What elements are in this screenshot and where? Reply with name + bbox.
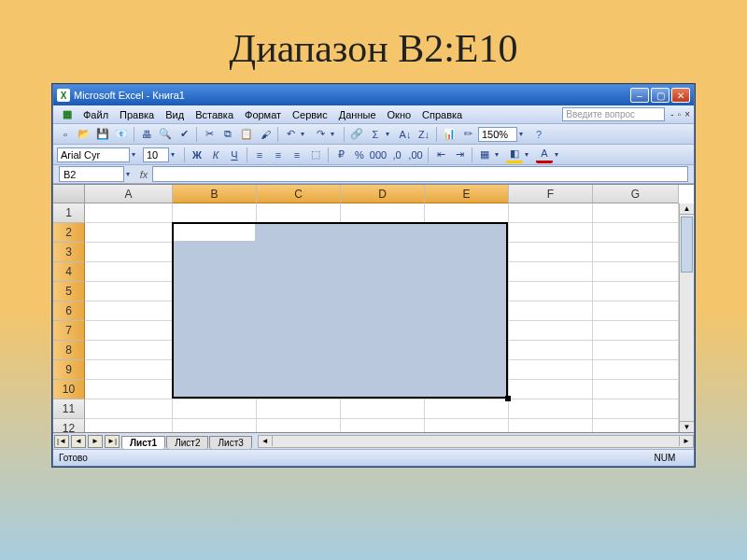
fontcolor-dropdown[interactable]: ▾ [555,150,564,159]
align-center-icon[interactable]: ≡ [270,147,287,163]
sheet-tab-1[interactable]: Лист1 [121,436,165,449]
permission-icon[interactable]: 📧 [113,126,130,143]
cell-G2[interactable] [593,223,679,243]
cell-G1[interactable] [593,203,679,223]
row-header-1[interactable]: 1 [53,203,85,223]
cell-G11[interactable] [593,399,679,419]
row-header-6[interactable]: 6 [53,301,85,321]
cell-E11[interactable] [425,399,509,419]
menu-edit[interactable]: Правка [114,107,160,122]
comma-icon[interactable]: 000 [370,147,387,163]
row-header-5[interactable]: 5 [53,282,85,301]
cut-icon[interactable]: ✂ [201,126,218,143]
doc-restore-icon[interactable]: - [670,109,673,119]
row-header-10[interactable]: 10 [53,380,85,399]
autosum-icon[interactable]: Σ [367,126,384,143]
cell-F2[interactable] [509,223,593,243]
fx-icon[interactable]: fx [135,169,152,180]
cell-F7[interactable] [509,321,593,341]
redo-dropdown[interactable]: ▾ [331,130,340,138]
font-dropdown[interactable]: ▾ [132,150,141,159]
cell-F8[interactable] [509,341,593,360]
cell-F3[interactable] [509,243,593,262]
italic-icon[interactable]: К [207,147,224,163]
column-header-B[interactable]: B [173,185,257,203]
help-icon[interactable]: ? [530,126,547,143]
sort-desc-icon[interactable]: Z↓ [416,126,432,143]
borders-dropdown[interactable]: ▾ [495,150,504,159]
inc-decimal-icon[interactable]: ,0 [388,147,405,163]
tab-nav-last-icon[interactable]: ►| [105,435,120,448]
column-header-D[interactable]: D [341,185,425,203]
close-button[interactable]: ✕ [671,88,690,103]
column-header-E[interactable]: E [425,185,509,203]
menu-help[interactable]: Справка [416,107,468,122]
column-header-G[interactable]: G [593,185,679,203]
horizontal-scrollbar[interactable] [258,435,694,448]
autosum-dropdown[interactable]: ▾ [386,130,395,138]
cell-E1[interactable] [425,203,509,223]
row-header-7[interactable]: 7 [53,321,85,341]
new-icon[interactable]: ▫ [57,126,74,143]
active-cell[interactable] [174,224,255,241]
cell-A11[interactable] [85,399,173,419]
doc-max-icon[interactable]: ▫ [678,109,682,119]
row-header-2[interactable]: 2 [53,223,85,243]
cell-A10[interactable] [85,380,173,399]
align-right-icon[interactable]: ≡ [289,147,305,163]
paste-icon[interactable]: 📋 [238,126,255,143]
row-header-9[interactable]: 9 [53,360,85,380]
vertical-scrollbar[interactable] [679,203,694,432]
borders-icon[interactable]: ▦ [476,147,493,163]
tab-nav-first-icon[interactable]: |◄ [54,435,69,448]
cell-G10[interactable] [593,380,679,399]
dec-decimal-icon[interactable]: ,00 [407,147,424,163]
open-icon[interactable]: 📂 [76,126,92,143]
doc-close-icon[interactable]: × [684,109,690,119]
cell-F12[interactable] [509,419,593,432]
zoom-dropdown[interactable]: ▾ [519,130,529,138]
maximize-button[interactable]: ▢ [651,88,669,103]
row-header-3[interactable]: 3 [53,243,85,262]
cell-G4[interactable] [593,262,679,282]
size-dropdown[interactable]: ▾ [171,150,180,159]
column-header-A[interactable]: A [85,185,173,203]
cell-A8[interactable] [85,341,173,360]
cell-D11[interactable] [341,399,425,419]
font-color-icon[interactable]: A [536,147,553,163]
zoom-input[interactable]: 150% [478,127,517,142]
column-header-C[interactable]: C [257,185,341,203]
font-selector[interactable]: Arial Cyr [57,147,130,162]
column-header-F[interactable]: F [509,185,593,203]
cell-G6[interactable] [593,301,679,321]
cell-C12[interactable] [257,419,341,432]
select-all-corner[interactable] [53,185,85,203]
formula-input[interactable] [152,166,688,182]
cell-F9[interactable] [509,360,593,380]
print-icon[interactable]: 🖶 [138,126,155,143]
cell-F10[interactable] [509,380,593,399]
redo-icon[interactable]: ↷ [312,126,329,143]
minimize-button[interactable]: – [630,88,649,103]
cell-A4[interactable] [85,262,173,282]
cell-G7[interactable] [593,321,679,341]
cell-A1[interactable] [85,203,173,223]
row-header-11[interactable]: 11 [53,399,85,419]
tab-nav-prev-icon[interactable]: ◄ [71,435,86,448]
percent-icon[interactable]: % [351,147,368,163]
cell-A9[interactable] [85,360,173,380]
menu-format[interactable]: Формат [239,107,287,122]
fill-handle[interactable] [505,396,511,401]
cell-D12[interactable] [341,419,425,432]
cell-E12[interactable] [425,419,509,432]
format-painter-icon[interactable]: 🖌 [257,126,274,143]
align-left-icon[interactable]: ≡ [251,147,268,163]
help-search-input[interactable]: Введите вопрос [562,107,665,121]
cell-B11[interactable] [173,399,257,419]
cell-C11[interactable] [257,399,341,419]
dec-indent-icon[interactable]: ⇤ [432,147,449,163]
menu-data[interactable]: Данные [333,107,382,122]
cell-B12[interactable] [173,419,257,432]
row-header-12[interactable]: 12 [53,419,85,432]
menu-view[interactable]: Вид [160,107,190,122]
